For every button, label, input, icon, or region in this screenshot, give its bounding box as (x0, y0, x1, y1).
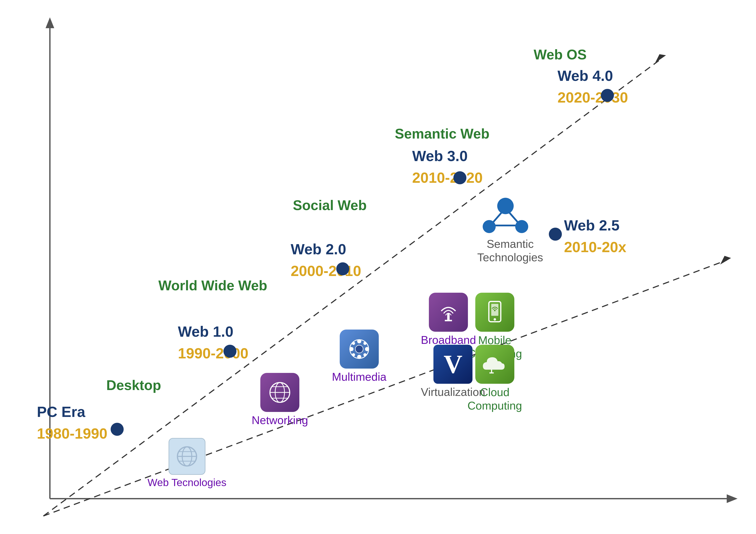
semantic-tech-group: SemanticTechnologies (477, 191, 543, 264)
tech-label-www: World Wide Web (158, 277, 267, 293)
semantic-tech-label: SemanticTechnologies (477, 237, 543, 264)
dot-web25 (549, 228, 562, 241)
era-year-pc-era: 1980-1990 (37, 425, 107, 442)
svg-point-38 (483, 220, 496, 233)
svg-point-37 (497, 198, 514, 214)
era-name-web10: Web 1.0 (178, 323, 233, 340)
web-tech-icon-visual (169, 438, 205, 475)
era-year-web40: 2020-2030 (557, 89, 628, 106)
svg-marker-5 (655, 54, 666, 63)
svg-rect-28 (447, 314, 450, 321)
icon-cloud: CloudComputing (468, 345, 522, 413)
svg-point-20 (357, 339, 361, 343)
icon-multimedia: Multimedia (332, 330, 386, 383)
svg-line-4 (43, 59, 662, 516)
chart-svg (0, 0, 756, 534)
era-name-web20: Web 2.0 (291, 241, 346, 258)
cloud-icon-visual (475, 345, 514, 384)
tech-label-social-web: Social Web (293, 197, 366, 213)
era-name-web30: Web 3.0 (412, 147, 468, 164)
dot-pc-era (111, 423, 124, 436)
era-year-web10: 1990-2000 (178, 345, 248, 362)
svg-marker-7 (720, 256, 731, 265)
multimedia-label: Multimedia (332, 370, 386, 383)
dot-web20 (336, 262, 349, 275)
svg-point-23 (365, 347, 369, 351)
tech-label-web-os: Web OS (534, 47, 586, 63)
era-year-web30: 2010-2020 (412, 169, 483, 186)
svg-point-33 (494, 310, 496, 311)
dot-web10 (224, 345, 236, 358)
svg-point-32 (494, 318, 496, 321)
svg-point-26 (352, 353, 355, 356)
web-tech-label: Web Tecnologies (148, 476, 227, 489)
era-name-pc-era: PC Era (37, 403, 85, 420)
broadband-icon-visual (429, 293, 468, 332)
svg-point-27 (364, 353, 366, 356)
cloud-label: CloudComputing (468, 386, 522, 413)
icon-networking: Networking (252, 373, 308, 427)
svg-point-22 (349, 347, 353, 351)
era-name-web25: Web 2.5 (564, 217, 620, 234)
svg-point-39 (515, 220, 528, 233)
mobile-icon-visual (475, 293, 514, 332)
era-year-web20: 2000-2010 (291, 262, 361, 279)
multimedia-icon-visual (340, 330, 379, 369)
svg-rect-29 (445, 320, 452, 321)
tech-label-semantic-web: Semantic Web (395, 126, 489, 142)
era-name-web40: Web 4.0 (557, 67, 613, 84)
svg-marker-1 (45, 17, 54, 28)
tech-label-desktop: Desktop (106, 377, 161, 393)
icon-web-tech: Web Tecnologies (148, 438, 227, 489)
dot-web30 (453, 171, 466, 184)
networking-label: Networking (252, 414, 308, 427)
networking-icon-visual (260, 373, 299, 412)
svg-point-24 (352, 342, 355, 345)
semantic-tech-icon (477, 191, 534, 239)
svg-point-25 (364, 342, 366, 345)
svg-marker-3 (727, 494, 738, 503)
svg-point-19 (355, 345, 363, 353)
era-year-web25: 2010-20x (564, 239, 626, 255)
dot-web40 (601, 89, 614, 102)
virtualization-icon-visual: V (433, 345, 472, 384)
chart-container: DesktopWorld Wide WebSocial WebSemantic … (0, 0, 756, 534)
svg-point-21 (357, 355, 361, 359)
